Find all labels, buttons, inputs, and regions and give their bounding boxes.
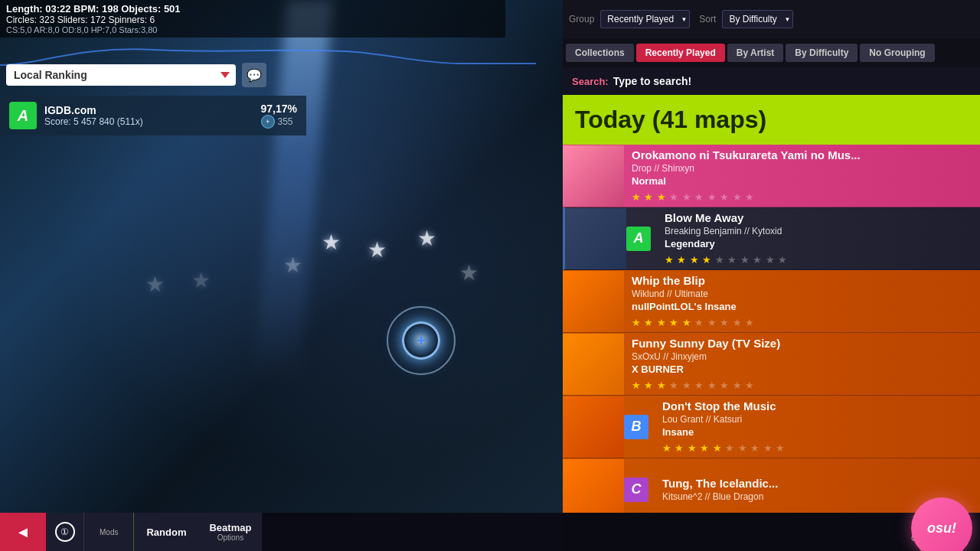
star-icon: ★ <box>745 380 754 391</box>
mode-button[interactable]: ① <box>46 513 84 551</box>
star-icon: ★ <box>778 254 787 266</box>
song-item-1[interactable]: Orokamono ni Tsukurareta Yami no Mus... … <box>563 145 980 207</box>
song-item-4[interactable]: Funny Sunny Day (TV Size) SxOxU // Jinxy… <box>563 333 980 396</box>
beatmap-options-button[interactable]: Beatmap Options <box>198 513 262 551</box>
search-label: Search: <box>572 76 609 87</box>
song-artist-2: Breaking Benjamin // Kytoxid <box>665 226 972 236</box>
hud-stats-line1: Length: 03:22 BPM: 198 Objects: 501 <box>6 3 499 15</box>
random-button[interactable]: Random <box>133 513 198 551</box>
filter-by-difficulty[interactable]: By Difficulty <box>786 44 858 62</box>
today-header: Today (41 maps) <box>563 95 980 145</box>
song-difficulty-5: Insane <box>662 426 972 438</box>
gameplay-star: ★ <box>322 230 341 255</box>
star-icon: ★ <box>657 380 666 391</box>
star-icon: ★ <box>644 380 653 391</box>
search-placeholder: Type to search! <box>613 75 691 87</box>
star-icon: ★ <box>690 254 699 266</box>
song-artist-1: Drop // Shinxyn <box>632 163 972 174</box>
pp-icon: + <box>261 115 275 129</box>
local-ranking-dropdown[interactable]: Local Ranking <box>6 64 236 86</box>
score-right: 97,17% + 355 <box>261 103 297 129</box>
filter-no-grouping[interactable]: No Grouping <box>860 44 934 62</box>
score-rank-badge: A <box>9 102 37 129</box>
score-value: Score: 5 457 840 (511x) <box>44 116 253 127</box>
song-item-2[interactable]: A Blow Me Away Breaking Benjamin // Kyto… <box>563 207 980 270</box>
star-icon: ★ <box>720 191 729 203</box>
star-icon: ★ <box>707 191 717 203</box>
hit-circle-plus-icon: + <box>416 332 426 350</box>
beatmap-label: Beatmap <box>209 522 251 533</box>
star-icon: ★ <box>688 442 697 454</box>
star-icon: ★ <box>682 380 691 391</box>
song-info-1: Orokamono ni Tsukurareta Yami no Mus... … <box>624 145 980 208</box>
song-stars-4: ★ ★ ★ ★ ★ ★ ★ ★ ★ ★ <box>632 378 972 392</box>
sort-dropdown[interactable]: By Difficulty <box>722 10 793 28</box>
star-icon: ★ <box>669 191 678 203</box>
song-rank-badge-5: B <box>624 415 648 439</box>
song-info-3: Whip the Blip Wiklund // Ultimate nullPo… <box>624 269 980 334</box>
song-item-5[interactable]: B Don't Stop the Music Lou Grant // Kats… <box>563 396 980 458</box>
score-player-name: IGDB.com <box>44 104 253 116</box>
score-pp: + 355 <box>261 115 297 129</box>
star-icon: ★ <box>707 380 717 391</box>
star-icon: ★ <box>733 380 742 391</box>
star-icon: ★ <box>694 380 704 391</box>
gameplay-star: ★ <box>459 260 479 285</box>
score-entry: A IGDB.com Score: 5 457 840 (511x) 97,17… <box>0 96 306 135</box>
song-stars-2: ★ ★ ★ ★ ★ ★ ★ ★ ★ ★ <box>665 253 972 266</box>
star-icon: ★ <box>694 191 704 203</box>
filter-collections[interactable]: Collections <box>566 44 634 62</box>
filter-bar: Collections Recently Played By Artist By… <box>563 38 980 67</box>
star-icon: ★ <box>740 254 750 266</box>
star-icon: ★ <box>733 317 742 328</box>
star-icon: ★ <box>632 380 641 391</box>
local-ranking-area: Local Ranking 💬 <box>0 60 291 90</box>
star-icon: ★ <box>632 317 641 328</box>
mods-button[interactable]: Mods <box>84 513 133 551</box>
song-stars-1: ★ ★ ★ ★ ★ ★ ★ ★ ★ ★ <box>632 190 972 204</box>
chat-icon[interactable]: 💬 <box>242 63 266 87</box>
song-difficulty-2: Legendary <box>665 238 972 249</box>
star-icon: ★ <box>677 254 686 266</box>
star-icon: ★ <box>644 191 653 203</box>
song-artist-6: Kitsune^2 // Blue Dragon <box>662 491 972 502</box>
song-rank-badge-6: C <box>624 478 648 502</box>
song-item-6[interactable]: C Tung, The Icelandic... Kitsune^2 // Bl… <box>563 458 980 513</box>
star-icon: ★ <box>727 254 737 266</box>
group-dropdown[interactable]: Recently Played <box>600 10 690 28</box>
bottom-bar: ◄ ① Mods Random Beatmap Options Guest Cl… <box>0 513 980 551</box>
filter-recently-played[interactable]: Recently Played <box>636 44 725 62</box>
filter-by-artist[interactable]: By Artist <box>727 44 784 62</box>
gameplay-star: ★ <box>191 268 211 293</box>
song-info-5: Don't Stop the Music Lou Grant // Katsur… <box>655 395 980 459</box>
song-item-3[interactable]: Whip the Blip Wiklund // Ultimate nullPo… <box>563 270 980 333</box>
star-icon: ★ <box>720 317 729 328</box>
star-icon: ★ <box>657 191 666 203</box>
star-icon: ★ <box>632 191 641 203</box>
star-icon: ★ <box>682 317 691 328</box>
group-dropdown-wrapper: Recently Played <box>600 10 690 28</box>
song-title-2: Blow Me Away <box>665 211 972 224</box>
today-text: Today (41 maps) <box>575 106 766 134</box>
score-pp-value: 355 <box>278 116 293 127</box>
star-icon: ★ <box>753 254 762 266</box>
star-icon: ★ <box>720 380 729 391</box>
gameplay-star: ★ <box>417 226 436 251</box>
back-button[interactable]: ◄ <box>0 513 46 551</box>
star-icon: ★ <box>763 442 773 454</box>
star-icon: ★ <box>702 254 711 266</box>
song-thumbnail-1 <box>563 145 624 207</box>
osu-logo[interactable]: osu! <box>911 497 972 551</box>
star-icon: ★ <box>669 317 678 328</box>
gameplay-star: ★ <box>145 272 165 297</box>
song-difficulty-3: nullPointLOL's Insane <box>632 301 972 312</box>
sort-label: Sort <box>699 14 716 24</box>
hud-stats-line2: Circles: 323 Sliders: 172 Spinners: 6 <box>6 15 499 25</box>
star-icon: ★ <box>657 317 666 328</box>
star-icon: ★ <box>750 442 760 454</box>
search-bar: Search: Type to search! <box>563 67 980 95</box>
song-artist-5: Lou Grant // Katsuri <box>662 414 972 425</box>
star-icon: ★ <box>700 442 709 454</box>
song-stars-5: ★ ★ ★ ★ ★ ★ ★ ★ ★ ★ <box>662 441 972 455</box>
mode-icon: ① <box>55 522 75 542</box>
